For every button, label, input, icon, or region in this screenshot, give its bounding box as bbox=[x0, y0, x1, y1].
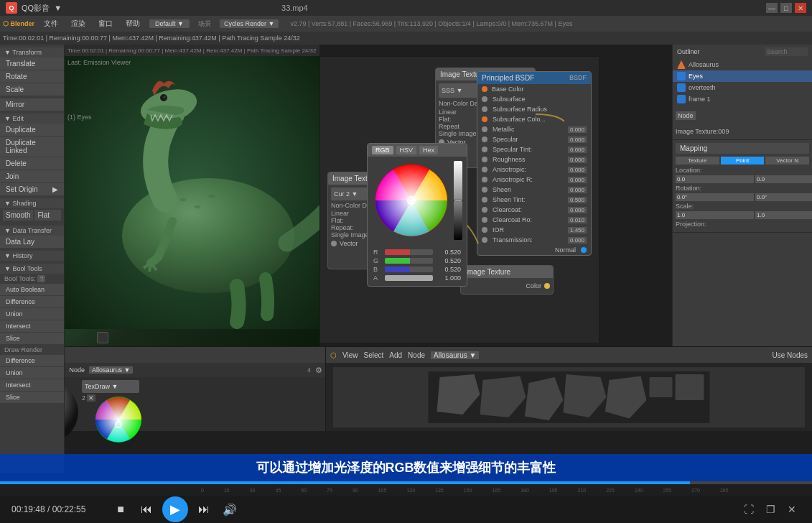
anisotropic-value[interactable]: 0.000 bbox=[568, 167, 587, 173]
node-editor[interactable]: RGB HSV Hex bbox=[319, 56, 599, 343]
tex-select[interactable]: Select bbox=[364, 351, 384, 359]
play-button[interactable]: ▶ bbox=[162, 496, 188, 522]
scale-y[interactable] bbox=[755, 211, 812, 219]
scale-x[interactable] bbox=[676, 211, 754, 219]
brightness-slider[interactable] bbox=[454, 161, 462, 240]
specular-value[interactable]: 0.000 bbox=[568, 136, 587, 143]
paint-settings-icon[interactable]: ⚙ bbox=[315, 366, 322, 375]
b-bar[interactable] bbox=[385, 267, 433, 272]
tex-allosaurus[interactable]: Allosaurus ▼ bbox=[431, 351, 479, 359]
menu-file[interactable]: 文件 bbox=[40, 17, 62, 30]
layout-selector[interactable]: Default ▼ bbox=[149, 19, 190, 28]
menu-window[interactable]: 窗口 bbox=[95, 17, 116, 30]
metallic-value[interactable]: 0.000 bbox=[568, 126, 587, 133]
translate-button[interactable]: Translate bbox=[0, 57, 64, 70]
outline-allosaurus[interactable]: Allosaurus bbox=[673, 59, 812, 70]
prev-button[interactable]: ⏮ bbox=[136, 499, 157, 519]
sheen-value[interactable]: 0.000 bbox=[568, 187, 587, 193]
close-button[interactable]: ✕ bbox=[795, 3, 806, 13]
data-transfer-header[interactable]: ▼ Data Transfer bbox=[0, 226, 64, 236]
small-color-wheel-svg[interactable] bbox=[93, 394, 144, 445]
principled-bsdf-node[interactable]: Principled BSDF BSDF Base Color Subsurfa… bbox=[477, 71, 592, 256]
outliner-search[interactable] bbox=[765, 47, 808, 56]
bool-tools-header[interactable]: ▼ Bool Tools bbox=[0, 264, 64, 274]
difference-button1[interactable]: Difference bbox=[0, 296, 64, 307]
use-nodes-btn[interactable]: Use Nodes bbox=[773, 351, 808, 359]
timecode-strip[interactable]: 0 15 30 45 60 75 90 105 120 135 150 165 … bbox=[0, 484, 812, 496]
maximize-button[interactable]: □ bbox=[780, 3, 792, 13]
set-origin-button[interactable]: Set Origin ▶ bbox=[0, 183, 64, 195]
duplicate-linked-button[interactable]: Duplicate Linked bbox=[0, 136, 64, 157]
union-button1[interactable]: Union bbox=[0, 308, 64, 320]
union-button2[interactable]: Union bbox=[0, 367, 64, 379]
paint-allosaurus[interactable]: Allosaurus ▼ bbox=[89, 366, 133, 374]
3d-viewport[interactable]: Allosaurus Last: Emission Viewer (1) Eye… bbox=[65, 56, 319, 358]
tex-node[interactable]: Node bbox=[408, 351, 425, 359]
paint-node[interactable]: Node bbox=[69, 366, 85, 374]
point-btn[interactable]: Point bbox=[721, 157, 765, 165]
transform-header[interactable]: ▼ Transform bbox=[0, 47, 64, 57]
fullscreen-button[interactable]: ❐ bbox=[762, 501, 779, 518]
texdraw-select[interactable]: TexDraw ▼ bbox=[82, 380, 139, 393]
edit-header[interactable]: ▼ Edit bbox=[0, 114, 64, 124]
tab-hsv[interactable]: HSV bbox=[396, 146, 417, 154]
sheen-tint-value[interactable]: 0.500 bbox=[568, 197, 587, 203]
texture-btn[interactable]: Texture bbox=[676, 157, 719, 165]
bool-help[interactable]: ? bbox=[37, 275, 45, 282]
duplicate-button[interactable]: Duplicate bbox=[0, 124, 64, 136]
intersect-button2[interactable]: Intersect bbox=[0, 379, 64, 391]
scale-button[interactable]: Scale bbox=[0, 83, 64, 96]
delete-button[interactable]: Delete bbox=[0, 157, 64, 170]
render-engine[interactable]: Cycles Render ▼ bbox=[220, 19, 279, 28]
menu-render[interactable]: 渲染 bbox=[67, 17, 89, 30]
specular-tint-value[interactable]: 0.000 bbox=[568, 147, 587, 153]
flat-button[interactable]: Flat bbox=[34, 210, 61, 221]
a-bar[interactable] bbox=[385, 275, 433, 281]
color-wheel-svg[interactable] bbox=[372, 161, 451, 240]
roughness-value[interactable]: 0.000 bbox=[568, 157, 587, 163]
outline-eyes[interactable]: Eyes bbox=[673, 70, 812, 82]
close-player-button[interactable]: ✕ bbox=[783, 501, 801, 518]
menu-help[interactable]: 帮助 bbox=[122, 17, 144, 30]
location-y[interactable] bbox=[755, 175, 812, 183]
location-x[interactable] bbox=[676, 175, 754, 183]
next-button[interactable]: ⏭ bbox=[194, 499, 214, 519]
mirror-button[interactable]: Mirror bbox=[0, 98, 64, 111]
stop-button[interactable]: ■ bbox=[111, 499, 131, 519]
tab-hex[interactable]: Hex bbox=[419, 146, 438, 154]
r-bar[interactable] bbox=[385, 249, 433, 255]
slice-button1[interactable]: Slice bbox=[0, 333, 64, 344]
ior-value[interactable]: 1.450 bbox=[568, 227, 587, 233]
intersect-button1[interactable]: Intersect bbox=[0, 320, 64, 332]
outline-overteeth[interactable]: overteeth bbox=[673, 82, 812, 93]
rotation-x[interactable] bbox=[676, 193, 754, 201]
join-button[interactable]: Join bbox=[0, 170, 64, 182]
history-header[interactable]: ▼ History bbox=[0, 251, 64, 261]
clearcoat-ro-value[interactable]: 0.010 bbox=[568, 217, 587, 223]
small-color-wheel[interactable] bbox=[93, 394, 144, 446]
clearcoat-value[interactable]: 0.000 bbox=[568, 207, 587, 213]
pip-button[interactable]: ⛶ bbox=[740, 501, 757, 518]
smooth-button[interactable]: Smooth bbox=[3, 210, 33, 221]
bsdf-subsurface: Subsurface bbox=[477, 94, 591, 104]
tab-rgb[interactable]: RGB bbox=[372, 146, 393, 154]
volume-button[interactable]: 🔊 bbox=[220, 499, 240, 519]
node-prop-label[interactable]: Node bbox=[676, 111, 696, 120]
vector-n-btn[interactable]: Vector N bbox=[765, 157, 809, 165]
auto-boolean-button[interactable]: Auto Boolean bbox=[0, 284, 64, 295]
g-bar[interactable] bbox=[385, 258, 433, 264]
paint-num: 4 bbox=[307, 366, 311, 374]
transmission-value[interactable]: 0.000 bbox=[568, 237, 587, 244]
outline-frame[interactable]: frame 1 bbox=[673, 93, 812, 105]
tex-add[interactable]: Add bbox=[389, 351, 402, 359]
rotation-y[interactable] bbox=[755, 193, 812, 201]
difference-button2[interactable]: Difference bbox=[0, 355, 64, 366]
minimize-button[interactable]: — bbox=[766, 3, 778, 13]
shading-header[interactable]: ▼ Shading bbox=[0, 198, 64, 208]
image-texture-node-3[interactable]: Image Texture Color bbox=[460, 265, 554, 295]
tex-view[interactable]: View bbox=[342, 351, 358, 359]
slice-button2[interactable]: Slice bbox=[0, 392, 64, 403]
data-lay-button[interactable]: Data Lay bbox=[0, 236, 64, 248]
anisotropic-r-value[interactable]: 0.000 bbox=[568, 177, 587, 183]
rotate-button[interactable]: Rotate bbox=[0, 70, 64, 83]
